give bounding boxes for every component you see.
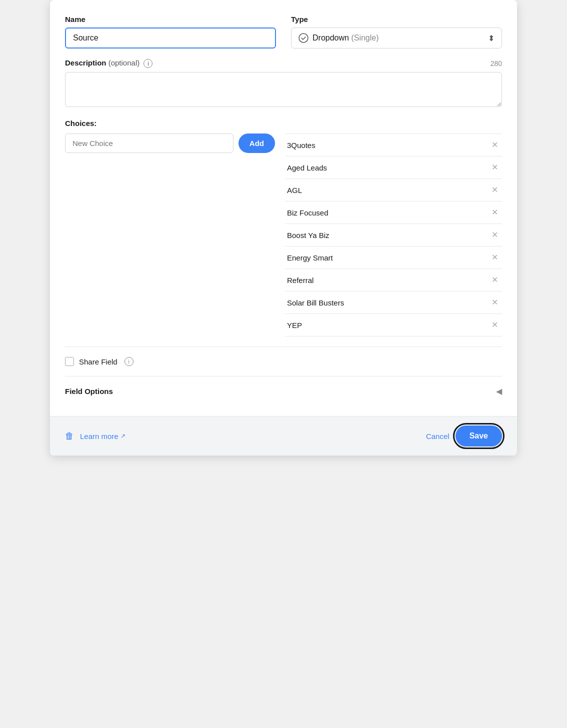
check-circle-icon	[298, 33, 308, 43]
choices-layout: Add 3Quotes✕Aged Leads✕AGL✕Biz Focused✕B…	[65, 134, 502, 336]
name-type-row: Name Type Dropdown (Single)	[65, 15, 502, 48]
choice-remove-button[interactable]: ✕	[490, 208, 500, 218]
field-options-chevron-icon: ◀	[496, 386, 502, 396]
list-item: Aged Leads✕	[285, 156, 502, 179]
list-item: Energy Smart✕	[285, 246, 502, 269]
share-field-label: Share Field	[79, 358, 118, 366]
name-group: Name	[65, 15, 276, 48]
list-item: Biz Focused✕	[285, 202, 502, 224]
external-link-icon: ↗	[120, 432, 126, 440]
new-choice-row: Add	[65, 134, 275, 153]
list-item: YEP✕	[285, 314, 502, 336]
choices-section: Choices: Add 3Quotes✕Aged Leads✕AGL✕Biz …	[65, 119, 502, 336]
modal-body: Name Type Dropdown (Single)	[50, 0, 517, 416]
list-item: AGL✕	[285, 179, 502, 202]
add-choice-button[interactable]: Add	[238, 134, 275, 153]
modal-container: Name Type Dropdown (Single)	[50, 0, 517, 456]
share-field-section: Share Field i	[65, 346, 502, 376]
type-value: Dropdown (Single)	[312, 34, 484, 42]
choice-name: AGL	[287, 186, 302, 194]
svg-point-0	[299, 34, 308, 42]
share-field-checkbox[interactable]	[65, 357, 74, 366]
list-item: 3Quotes✕	[285, 134, 502, 156]
choice-name: Energy Smart	[287, 254, 333, 262]
description-textarea[interactable]	[65, 72, 502, 107]
list-item: Boost Ya Biz✕	[285, 224, 502, 246]
choice-name: Biz Focused	[287, 208, 328, 217]
description-header: Description (optional) i 280	[65, 58, 502, 68]
choice-name: 3Quotes	[287, 141, 316, 150]
choice-name: Referral	[287, 276, 314, 284]
choice-name: Aged Leads	[287, 164, 327, 172]
name-input[interactable]	[65, 28, 276, 48]
choice-remove-button[interactable]: ✕	[490, 162, 500, 172]
choice-remove-button[interactable]: ✕	[490, 298, 500, 308]
type-group: Type Dropdown (Single) ⬍	[291, 15, 502, 48]
choices-input-area: Add	[65, 134, 275, 336]
choice-name: YEP	[287, 321, 302, 330]
type-label: Type	[291, 15, 502, 24]
description-row: Description (optional) i 280	[65, 58, 502, 109]
choice-remove-button[interactable]: ✕	[490, 275, 500, 285]
type-single: (Single)	[351, 34, 378, 42]
cancel-button[interactable]: Cancel	[426, 432, 450, 440]
save-button[interactable]: Save	[456, 426, 502, 446]
footer-left: 🗑 Learn more ↗	[65, 431, 126, 442]
choice-remove-button[interactable]: ✕	[490, 230, 500, 240]
choice-remove-button[interactable]: ✕	[490, 252, 500, 262]
share-field-info-icon[interactable]: i	[124, 357, 134, 366]
trash-icon[interactable]: 🗑	[65, 431, 74, 442]
new-choice-input[interactable]	[65, 134, 234, 153]
list-item: Referral✕	[285, 269, 502, 292]
modal-footer: 🗑 Learn more ↗ Cancel Save	[50, 416, 517, 456]
sort-icon: ⬍	[488, 34, 494, 43]
choice-name: Boost Ya Biz	[287, 231, 330, 240]
choices-label: Choices:	[65, 119, 502, 128]
choices-list: 3Quotes✕Aged Leads✕AGL✕Biz Focused✕Boost…	[285, 134, 502, 336]
choice-remove-button[interactable]: ✕	[490, 140, 500, 150]
description-char-count: 280	[490, 60, 502, 68]
description-label: Description (optional) i	[65, 58, 152, 68]
footer-right: Cancel Save	[426, 426, 502, 446]
type-select[interactable]: Dropdown (Single) ⬍	[291, 28, 502, 48]
description-info-icon[interactable]: i	[144, 59, 152, 68]
field-options-label: Field Options	[65, 387, 113, 396]
name-label: Name	[65, 15, 276, 24]
choice-remove-button[interactable]: ✕	[490, 185, 500, 195]
learn-more-link[interactable]: Learn more ↗	[80, 432, 126, 440]
choice-name: Solar Bill Busters	[287, 298, 344, 307]
field-options-section[interactable]: Field Options ◀	[65, 376, 502, 406]
list-item: Solar Bill Busters✕	[285, 292, 502, 314]
choice-remove-button[interactable]: ✕	[490, 320, 500, 330]
